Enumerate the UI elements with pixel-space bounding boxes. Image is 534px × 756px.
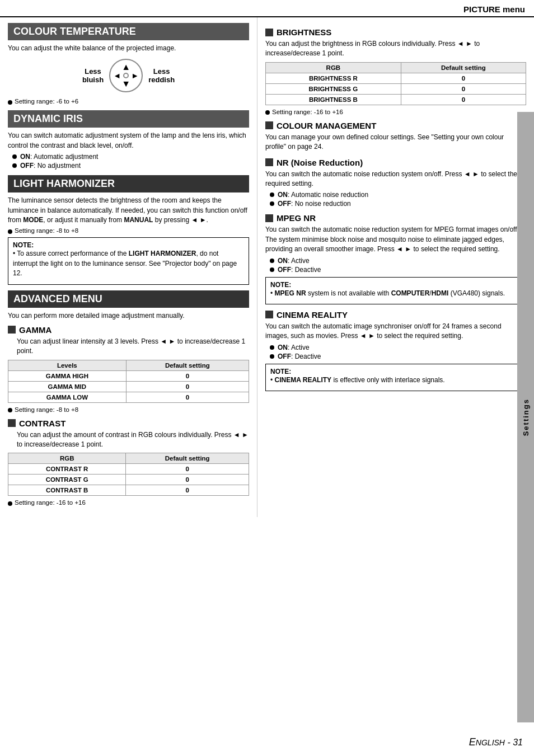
brightness-b-val: 0: [401, 94, 526, 105]
table-row: BRIGHTNESS G 0: [266, 83, 526, 94]
light-harmonizer-desc: The luminance sensor detects the brightn…: [8, 196, 249, 225]
dynamic-iris-title: DYNAMIC IRIS: [8, 110, 249, 128]
contrast-title: CONTRAST: [8, 419, 249, 428]
bullet-off: [12, 163, 17, 168]
mpeg-nr-note-body: • MPEG NR system is not available with C…: [270, 289, 521, 298]
nr-on: ON: Automatic noise reduction: [270, 191, 526, 199]
less-reddish-label: Lessreddish: [148, 67, 175, 84]
colour-temperature-section: COLOUR TEMPERATURE You can adjust the wh…: [8, 23, 249, 105]
range-bullet: [8, 100, 12, 105]
mpeg-nr-section: MPEG NR You can switch the automatic noi…: [265, 213, 526, 304]
page-number-value: 31: [513, 738, 523, 747]
colour-management-title: COLOUR MANAGEMENT: [265, 121, 526, 130]
cinema-reality-list: ON: Active OFF: Deactive: [270, 344, 526, 360]
nr-off-text: OFF: No noise reduction: [278, 200, 351, 208]
brightness-section: BRIGHTNESS You can adjust the brightness…: [265, 27, 526, 115]
table-row: CONTRAST R 0: [8, 464, 249, 475]
table-row: GAMMA MID 0: [8, 381, 249, 392]
arrow-up-icon: ▲: [121, 63, 130, 72]
dynamic-iris-section: DYNAMIC IRIS You can switch automatic ad…: [8, 110, 249, 170]
contrast-g-label: CONTRAST G: [8, 475, 126, 485]
brightness-r-val: 0: [401, 73, 526, 83]
mpeg-nr-desc: You can switch the automatic noise reduc…: [265, 225, 526, 254]
nr-on-bullet: [270, 192, 274, 197]
cinema-reality-section: CINEMA REALITY You can switch the automa…: [265, 310, 526, 391]
brightness-title: BRIGHTNESS: [265, 27, 526, 37]
cinema-reality-title: CINEMA REALITY: [265, 310, 526, 320]
gamma-icon: [8, 326, 16, 334]
gamma-section: GAMMA You can adjust linear intensity at…: [8, 325, 249, 413]
gamma-desc: You can adjust linear intensity at 3 lev…: [17, 337, 249, 356]
brightness-icon: [265, 29, 273, 36]
page-footer: ENGLISH - 31: [469, 736, 523, 748]
lh-range-text: Setting range: -8 to +8: [15, 227, 78, 234]
gamma-mid-label: GAMMA MID: [8, 381, 127, 392]
gamma-range-bullet: [8, 408, 12, 412]
mpeg-nr-off-text: OFF: Deactive: [278, 266, 321, 274]
gamma-range: Setting range: -8 to +8: [8, 406, 249, 413]
colour-temp-range: Setting range: -6 to +6: [8, 98, 249, 105]
light-harmonizer-section: LIGHT HARMONIZER The luminance sensor de…: [8, 175, 249, 284]
gamma-low-label: GAMMA LOW: [8, 392, 127, 402]
lh-note-body: • To assure correct performance of the L…: [13, 249, 244, 278]
temp-diagram: Lessbluish ▲ ◄ ► ▼ Lessreddish: [8, 59, 249, 92]
contrast-icon: [8, 419, 16, 427]
gamma-col2: Default setting: [126, 360, 249, 370]
cinema-reality-off: OFF: Deactive: [270, 353, 526, 360]
dynamic-iris-on: ON: Automatic adjustment: [12, 153, 249, 161]
advanced-menu-section: ADVANCED MENU You can perform more detai…: [8, 290, 249, 506]
cr-note-body: • CINEMA REALITY is effective only with …: [270, 375, 521, 385]
table-row: CONTRAST B 0: [8, 485, 249, 496]
dynamic-iris-list: ON: Automatic adjustment OFF: No adjustm…: [12, 153, 249, 170]
arrow-down-icon: ▼: [121, 79, 130, 88]
mpeg-nr-list: ON: Active OFF: Deactive: [270, 257, 526, 274]
mpeg-nr-off: OFF: Deactive: [270, 266, 526, 274]
gamma-high-label: GAMMA HIGH: [8, 370, 127, 381]
nr-icon: [265, 158, 273, 166]
dynamic-iris-off-text: OFF: No adjustment: [20, 162, 81, 170]
left-column: COLOUR TEMPERATURE You can adjust the wh…: [0, 17, 257, 517]
right-column: BRIGHTNESS You can adjust the brightness…: [257, 17, 534, 517]
contrast-b-val: 0: [126, 485, 249, 496]
contrast-b-label: CONTRAST B: [8, 485, 126, 496]
colour-temp-range-text: Setting range: -6 to +6: [15, 98, 78, 105]
nr-list: ON: Automatic noise reduction OFF: No no…: [270, 191, 526, 208]
dynamic-iris-desc: You can switch automatic adjustment syst…: [8, 131, 249, 151]
mpeg-nr-note-title: NOTE:: [270, 281, 521, 289]
brightness-b-label: BRIGHTNESS B: [266, 94, 401, 105]
cr-off-bullet: [270, 354, 274, 359]
nr-desc: You can switch the automatic noise reduc…: [265, 170, 526, 189]
nr-off: OFF: No noise reduction: [270, 200, 526, 208]
less-bluish-label: Lessbluish: [82, 67, 104, 84]
gamma-col1: Levels: [8, 360, 127, 370]
page-title: PICTURE menu: [463, 4, 525, 14]
light-harmonizer-title: LIGHT HARMONIZER: [8, 175, 249, 192]
contrast-table: RGB Default setting CONTRAST R 0 CONTRAS…: [8, 453, 249, 496]
mpeg-nr-on-bullet: [270, 259, 274, 263]
arrow-mid-row: ◄ ►: [113, 72, 139, 79]
brightness-table: RGB Default setting BRIGHTNESS R 0 BRIGH…: [265, 62, 526, 105]
brightness-col1: RGB: [266, 62, 401, 73]
contrast-section: CONTRAST You can adjust the amount of co…: [8, 419, 249, 506]
light-harmonizer-range: Setting range: -8 to +8: [8, 227, 249, 234]
lh-note-title: NOTE:: [13, 241, 244, 249]
mpeg-nr-off-bullet: [270, 267, 274, 272]
settings-sidebar: Settings: [517, 112, 534, 722]
dynamic-iris-off: OFF: No adjustment: [12, 162, 249, 170]
brightness-r-label: BRIGHTNESS R: [266, 73, 401, 83]
cr-on-bullet: [270, 345, 274, 350]
contrast-range-text: Setting range: -16 to +16: [15, 499, 86, 506]
advanced-menu-title: ADVANCED MENU: [8, 290, 249, 308]
brightness-range-text: Setting range: -16 to +16: [272, 109, 343, 115]
center-dot: [123, 73, 129, 78]
colour-temperature-desc: You can adjust the white balance of the …: [8, 44, 249, 53]
mpeg-nr-on: ON: Active: [270, 257, 526, 265]
bullet-on: [12, 154, 17, 159]
table-row: GAMMA LOW 0: [8, 392, 249, 402]
gamma-range-text: Setting range: -8 to +8: [15, 406, 78, 413]
advanced-menu-desc: You can perform more detailed image adju…: [8, 311, 249, 321]
colour-management-desc: You can manage your own defined colour s…: [265, 133, 526, 152]
contrast-col2: Default setting: [126, 453, 249, 464]
cinema-reality-note: NOTE: • CINEMA REALITY is effective only…: [265, 364, 526, 391]
gamma-mid-val: 0: [126, 381, 249, 392]
